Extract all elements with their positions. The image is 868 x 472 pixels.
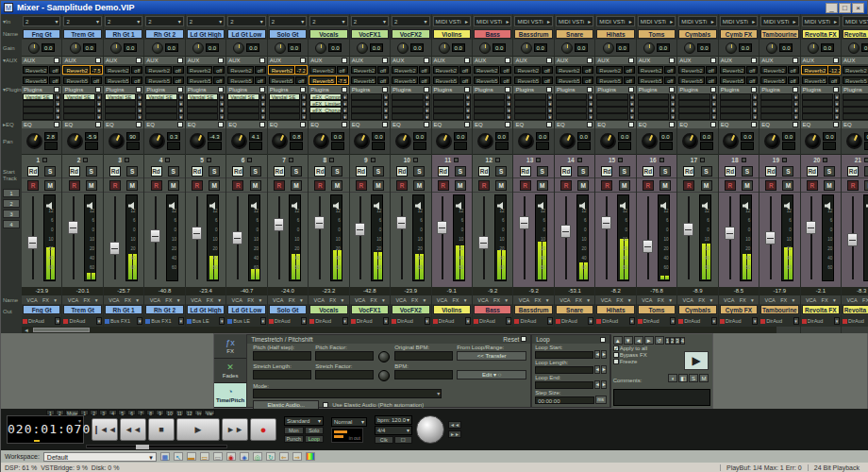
plugin-empty[interactable]	[843, 100, 868, 107]
send-slot[interactable]: Reverb5	[187, 76, 212, 84]
solo-button[interactable]: S	[619, 166, 630, 177]
plugins-checkbox[interactable]	[424, 87, 429, 93]
chevron-down-icon[interactable]: ▾	[588, 113, 593, 120]
plugin-empty[interactable]	[392, 113, 423, 120]
vca-button[interactable]: VCA	[559, 297, 570, 303]
plugin-empty[interactable]	[638, 113, 669, 120]
chevron-down-icon[interactable]: ▾	[793, 107, 799, 113]
chevron-down-icon[interactable]: ▾	[342, 317, 348, 325]
mute-button[interactable]: M	[659, 180, 671, 191]
track-size-button[interactable]: 1	[3, 189, 20, 197]
mute-button[interactable]: M	[537, 180, 548, 191]
plugin-empty[interactable]	[596, 113, 627, 120]
rewind-button[interactable]: ◄◄	[120, 418, 146, 441]
automation-button[interactable]: R	[232, 180, 243, 191]
input-select[interactable]: 2▾	[105, 16, 142, 26]
plugins-checkbox[interactable]	[710, 87, 716, 93]
volume-fader[interactable]	[438, 194, 446, 281]
plugin-slot[interactable]: ▾	[514, 100, 552, 107]
record-button[interactable]: Rd	[643, 166, 654, 177]
plugin-empty[interactable]	[433, 100, 464, 107]
eq-checkbox[interactable]	[218, 122, 224, 127]
plugins-checkbox[interactable]	[505, 87, 510, 93]
fx-button[interactable]: FX	[616, 297, 623, 303]
fader-handle[interactable]	[192, 227, 202, 240]
chevron-down-icon[interactable]: ▾	[588, 93, 593, 100]
eq-header[interactable]: EQ	[104, 120, 143, 128]
output-select[interactable]: Bus LE▾	[226, 315, 266, 327]
plugin-slot[interactable]: eFX_Limiter▾	[309, 100, 347, 107]
volume-fader[interactable]	[192, 194, 201, 281]
aux-checkbox[interactable]	[546, 58, 552, 63]
mute-button[interactable]: M	[168, 180, 179, 191]
eq-header[interactable]: EQ	[760, 120, 799, 128]
chevron-down-icon[interactable]: ▾	[670, 93, 676, 100]
chevron-down-icon[interactable]: ▾	[506, 100, 511, 107]
record-button[interactable]: ●	[250, 418, 276, 441]
fx-button[interactable]: FX	[329, 297, 336, 303]
plugin-empty[interactable]	[678, 93, 709, 100]
plugin-empty[interactable]	[433, 107, 464, 113]
plugin-empty[interactable]	[638, 93, 669, 100]
output-select[interactable]: DirAud▾	[391, 315, 430, 327]
range-button[interactable]: 8	[146, 410, 155, 415]
chevron-down-icon[interactable]: ▾	[588, 107, 593, 113]
automation-button[interactable]: R	[274, 180, 285, 191]
chevron-down-icon[interactable]: ▾	[752, 100, 758, 107]
gain-knob[interactable]	[28, 42, 40, 54]
plugins-checkbox[interactable]	[793, 87, 798, 93]
output-select[interactable]: DirAud▾	[801, 315, 841, 327]
aux-header[interactable]: AUX	[350, 56, 390, 64]
fader-handle[interactable]	[396, 216, 407, 229]
send-slot[interactable]: Reverb5	[802, 76, 827, 84]
chevron-down-icon[interactable]: ▾	[342, 107, 348, 113]
channel-name-bottom[interactable]: Fng Gt	[23, 305, 60, 314]
eq-checkbox[interactable]	[833, 122, 839, 127]
plugin-name[interactable]: Vandal SE	[269, 93, 300, 100]
aux-header[interactable]: AUX	[22, 56, 61, 64]
chevron-down-icon[interactable]: ▾	[425, 317, 430, 325]
mixer-scroll-thumb[interactable]	[33, 328, 90, 332]
chevron-down-icon[interactable]: ▾	[506, 113, 511, 120]
send-value[interactable]: off	[664, 76, 676, 84]
solo-button[interactable]: S	[86, 166, 97, 177]
chevron-down-icon[interactable]: ▾	[301, 93, 307, 100]
plugin-empty[interactable]	[392, 107, 423, 113]
eq-checkbox[interactable]	[751, 122, 757, 127]
solo-button[interactable]: S	[782, 166, 793, 177]
mute-button[interactable]: M	[373, 180, 384, 191]
checkbox[interactable]	[613, 352, 619, 358]
send-slot[interactable]: Reverb5	[392, 76, 417, 84]
gain-knob[interactable]	[397, 42, 409, 54]
input-select[interactable]: 2▾	[145, 16, 183, 26]
fader-handle[interactable]	[27, 236, 38, 249]
plugins-header[interactable]: Plugins	[473, 85, 512, 93]
eq-checkbox[interactable]	[793, 122, 798, 127]
aux-header[interactable]: AUX	[473, 56, 512, 64]
plugins-checkbox[interactable]	[136, 87, 142, 93]
send-value[interactable]: off	[746, 76, 758, 84]
plugin-slot[interactable]: ▾	[433, 100, 471, 107]
send-value[interactable]: off	[377, 66, 389, 74]
channel-name-bottom[interactable]: Bass	[474, 305, 511, 314]
input-select[interactable]: 2▾	[227, 16, 265, 26]
plugin-slot[interactable]: ▾	[556, 113, 593, 120]
plugin-empty[interactable]	[227, 107, 259, 113]
mode-select[interactable]: ▾	[253, 389, 442, 398]
chevron-down-icon[interactable]: ▾	[711, 93, 717, 100]
plugin-empty[interactable]	[720, 107, 751, 113]
solo-button[interactable]: S	[250, 166, 261, 177]
plugins-checkbox[interactable]	[669, 87, 675, 93]
aux-checkbox[interactable]	[300, 58, 306, 63]
plugin-empty[interactable]	[638, 100, 669, 107]
send-slot[interactable]: Reverb5	[596, 76, 622, 84]
send-slot[interactable]: Reverb5	[63, 76, 89, 84]
aux-checkbox[interactable]	[464, 58, 470, 63]
gain-knob[interactable]	[233, 42, 244, 54]
pan-knob[interactable]	[231, 133, 247, 149]
plugins-header[interactable]: Plugins	[677, 85, 717, 93]
record-button[interactable]: Rd	[765, 166, 776, 177]
plugin-slot[interactable]: ▾	[145, 113, 183, 120]
pan-knob[interactable]	[642, 133, 658, 149]
plugins-checkbox[interactable]	[546, 87, 552, 93]
